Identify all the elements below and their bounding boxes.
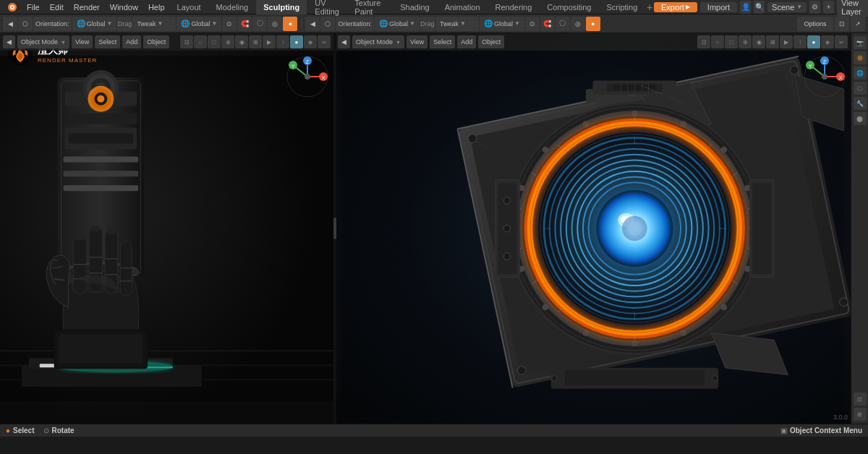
tab-compositing[interactable]: Compositing (540, 0, 598, 14)
vp-right-icon-11[interactable]: ∞ (835, 35, 848, 48)
tab-animation[interactable]: Animation (438, 0, 488, 14)
tab-uv-editing[interactable]: UV Editing (307, 0, 346, 14)
vp-right-icon-7[interactable]: ▶ (780, 35, 793, 48)
scene-settings-icon[interactable]: ⚙ (809, 1, 820, 14)
svg-point-161 (503, 197, 511, 205)
export-button[interactable]: Export ▶ (654, 2, 697, 12)
snap-icon-r[interactable]: 🧲 (540, 17, 555, 31)
global-dropdown-left[interactable]: 🌐 Global ▼ (176, 17, 221, 31)
view-layer-dropdown[interactable]: View Layer (837, 0, 868, 17)
vp-right-icon-6[interactable]: ⊞ (766, 35, 779, 48)
vp-right-icon-9[interactable]: ● (807, 35, 820, 48)
vp-left-icon-10[interactable]: ◈ (304, 35, 317, 48)
menu-edit[interactable]: Edit (45, 0, 69, 14)
pivot-icon-r[interactable]: ⊙ (525, 17, 540, 31)
add-workspace-tab-button[interactable]: + (645, 1, 654, 14)
falloff-icon-r[interactable]: 〇 (556, 17, 570, 31)
svg-point-87 (721, 147, 727, 153)
options-icon[interactable]: Options (797, 17, 833, 31)
vp-left-view[interactable]: View (72, 35, 93, 48)
svg-point-94 (583, 330, 589, 336)
viewport-split-handle[interactable] (333, 33, 336, 424)
blender-icon[interactable] (3, 0, 22, 14)
vp-left-icon-4[interactable]: ⊕ (221, 35, 234, 48)
tab-scripting[interactable]: Scripting (599, 0, 644, 14)
svg-rect-165 (752, 183, 771, 273)
vp-left-icon-3[interactable]: □ (208, 35, 221, 48)
vp-left-mode-dropdown[interactable]: Object Mode ▼ (17, 35, 69, 48)
vp-right-icon[interactable]: ◀ (338, 35, 350, 48)
import-button[interactable]: Import (700, 2, 737, 12)
vp-right-icon-5[interactable]: ◉ (752, 35, 765, 48)
toolbar-icon-3[interactable]: Drag (117, 17, 132, 31)
drag-dropdown[interactable]: Tweak ▼ (132, 17, 176, 31)
vp-left-icon-2[interactable]: ○ (194, 35, 207, 48)
render-icon-r[interactable]: ● (586, 17, 600, 31)
rp-btn-8[interactable]: ⊞ (854, 408, 867, 421)
rp-btn-7[interactable]: ⊡ (854, 393, 867, 406)
vp-right-icon-4[interactable]: ⊕ (739, 35, 752, 48)
toolbar-icon-end2[interactable]: ↗ (851, 17, 865, 31)
vp-left-icon-5[interactable]: ◉ (235, 35, 248, 48)
tab-texture-paint[interactable]: Texture Paint (347, 0, 392, 14)
viewport-left[interactable]: ◀ Object Mode ▼ View Select Add Object ⊡… (0, 33, 335, 424)
orientation-dropdown-right[interactable]: 🌐 Global ▼ (375, 17, 420, 31)
vp-right-icon-3[interactable]: □ (725, 35, 738, 48)
scene-add-icon[interactable]: + (823, 1, 834, 14)
vp-right-icon-8[interactable]: ↑ (793, 35, 807, 48)
drag-dropdown-right[interactable]: Tweak ▼ (435, 17, 479, 31)
vp-right-mode-dropdown[interactable]: Object Mode ▼ (352, 35, 404, 48)
toolbar-icon-2[interactable]: ⬡ (18, 17, 33, 31)
vp-left-icon-7[interactable]: ▶ (263, 35, 276, 48)
tab-layout[interactable]: Layout (170, 0, 208, 14)
rp-btn-3[interactable]: 🌐 (854, 67, 867, 80)
nav-widget-left[interactable]: X Y Z (286, 55, 329, 98)
rp-btn-1[interactable]: 📷 (854, 36, 867, 49)
snap-icon[interactable]: 🧲 (237, 17, 252, 31)
vp-right-add[interactable]: Add (457, 35, 476, 48)
vp-right-object[interactable]: Object (478, 35, 504, 48)
rp-btn-4[interactable]: ⬡ (854, 82, 867, 95)
vp-right-icon-2[interactable]: ○ (711, 35, 724, 48)
vp-right-select[interactable]: Select (430, 35, 455, 48)
search-icon[interactable]: 🔍 (754, 1, 765, 14)
menu-help[interactable]: Help (143, 0, 170, 14)
pivot-icon[interactable]: ⊙ (222, 17, 237, 31)
vp-right-icon-1[interactable]: ⊡ (697, 35, 710, 48)
toolbar-icon-r2[interactable]: ⬡ (320, 17, 335, 31)
rp-btn-5[interactable]: 🔧 (854, 97, 867, 110)
tab-shading[interactable]: Shading (393, 0, 436, 14)
render-icon[interactable]: ● (283, 17, 297, 31)
vp-right-view[interactable]: View (407, 35, 427, 48)
tab-rendering[interactable]: Rendering (488, 0, 540, 14)
rp-btn-2[interactable]: 🔆 (854, 51, 867, 64)
global-dropdown-right[interactable]: 🌐 Global ▼ (480, 17, 524, 31)
vp-left-icon-6[interactable]: ⊞ (249, 35, 262, 48)
menu-render[interactable]: Render (69, 0, 105, 14)
rp-btn-6[interactable]: ⬤ (854, 112, 867, 125)
nav-widget-right[interactable]: X Y Z (803, 55, 846, 98)
falloff-icon[interactable]: 〇 (252, 17, 267, 31)
menu-window[interactable]: Window (105, 0, 143, 14)
toolbar-icon-1[interactable]: ◀ (3, 17, 17, 31)
scene-dropdown[interactable]: Scene ▼ (767, 2, 807, 12)
vp-left-icon-11[interactable]: ∞ (318, 35, 331, 48)
user-icon[interactable]: 👤 (740, 1, 751, 14)
tab-modeling[interactable]: Modeling (209, 0, 256, 14)
vp-left-icon-9[interactable]: ● (290, 35, 303, 48)
vp-left-select[interactable]: Select (95, 35, 120, 48)
vp-left-object[interactable]: Object (143, 35, 169, 48)
menu-file[interactable]: File (22, 0, 45, 14)
vp-left-icon[interactable]: ◀ (3, 35, 15, 48)
vp-right-icon-10[interactable]: ◈ (821, 35, 834, 48)
orientation-dropdown-left[interactable]: 🌐 Global ▼ (72, 17, 117, 31)
toolbar-icon-end1[interactable]: ⊡ (835, 17, 849, 31)
toolbar-icon-r1[interactable]: ◀ (305, 17, 320, 31)
vp-left-icon-1[interactable]: ⊡ (180, 35, 193, 48)
tab-sculpting[interactable]: Sculpting (256, 0, 307, 14)
vp-left-icon-8[interactable]: ↑ (276, 35, 289, 48)
viewport-right[interactable]: ◀ Object Mode ▼ View Select Add Object ⊡… (335, 33, 851, 424)
vp-left-add[interactable]: Add (122, 35, 141, 48)
proportional-icon[interactable]: ◎ (268, 17, 282, 31)
proportional-icon-r[interactable]: ◎ (571, 17, 585, 31)
